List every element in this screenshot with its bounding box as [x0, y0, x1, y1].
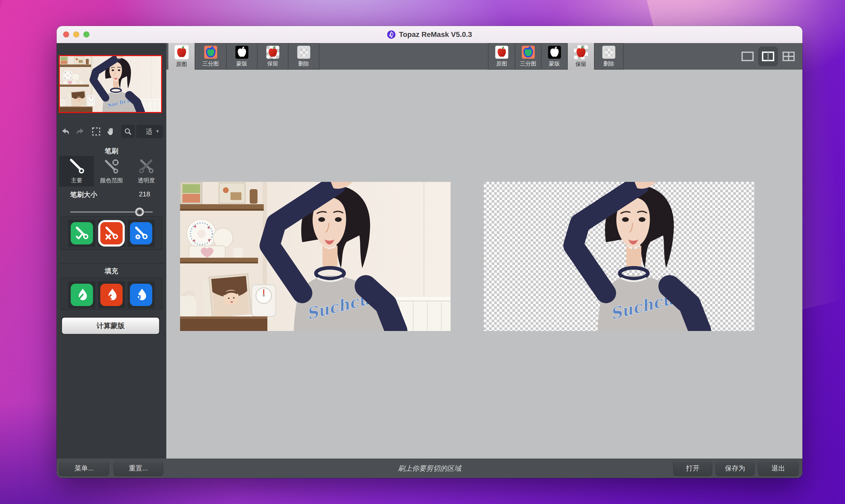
fill-panel — [61, 278, 162, 310]
brush-section-title: 笔刷 — [57, 146, 166, 156]
view-erase-right[interactable]: 删除 — [594, 44, 623, 69]
compute-mask-button[interactable]: 计算蒙版 — [62, 318, 159, 334]
masked-photo-pane[interactable] — [484, 182, 754, 331]
magnifier-icon — [124, 127, 132, 136]
brush-size-label: 笔刷大小 — [70, 190, 97, 199]
slider-handle[interactable] — [135, 208, 144, 216]
split-view-button[interactable] — [758, 47, 778, 66]
view-label: 原图 — [176, 60, 187, 68]
fill-cell — [128, 281, 155, 308]
fill-cell — [68, 281, 95, 308]
view-label: 蒙版 — [549, 60, 560, 67]
compute-fill-button[interactable] — [130, 284, 152, 306]
tab-brush-main[interactable]: 主要 — [59, 156, 94, 186]
view-label: 三分图 — [520, 60, 536, 67]
app-logo-icon — [387, 30, 396, 39]
reset-button[interactable]: 重置... — [113, 461, 163, 476]
brush-size-slider[interactable] — [70, 212, 153, 213]
main-area: 原图 三分图 蒙版 保留 — [166, 43, 803, 458]
brush-cell — [98, 220, 125, 247]
save-as-button[interactable]: 保存为 — [716, 461, 755, 476]
window-title: Topaz ReMask V5.0.3 — [399, 30, 472, 39]
close-button[interactable] — [63, 32, 69, 37]
view-label: 原图 — [496, 60, 507, 67]
view-label: 保留 — [267, 60, 278, 67]
compute-brush-button[interactable] — [130, 222, 152, 245]
fill-cell — [98, 281, 125, 308]
menu-button[interactable]: 菜单... — [59, 461, 109, 476]
status-hint-text: 刷上你要剪切的区域 — [398, 464, 461, 473]
marquee-select-icon[interactable] — [91, 127, 101, 136]
layout-switcher — [741, 43, 795, 70]
sidebar-toolbar: 适 ▼ — [57, 124, 166, 139]
view-erase-left[interactable]: 删除 — [288, 44, 319, 69]
brush-size-value: 218 — [139, 190, 150, 198]
view-trimap-left[interactable]: 三分图 — [195, 44, 226, 69]
zoom-level-dropdown[interactable]: 适 ▼ — [136, 125, 163, 138]
view-toolbar: 原图 三分图 蒙版 保留 — [166, 43, 803, 70]
undo-icon[interactable] — [60, 127, 70, 136]
view-label: 删除 — [298, 60, 309, 67]
tab-label: 颜色范围 — [100, 177, 123, 184]
view-trimap-right[interactable]: 三分图 — [515, 44, 541, 69]
tab-brush-transparency[interactable]: 透明度 — [129, 156, 164, 186]
view-label: 删除 — [603, 60, 614, 67]
brush-cell — [68, 220, 95, 247]
minimize-button[interactable] — [73, 32, 79, 37]
brush-mode-panel — [61, 216, 162, 250]
keep-brush-button[interactable] — [71, 222, 93, 245]
view-keep-right[interactable]: 保留 — [568, 43, 594, 70]
tab-brush-color-range[interactable]: 颜色范围 — [94, 156, 129, 186]
cut-brush-button[interactable] — [100, 222, 123, 245]
view-original-left[interactable]: 原图 — [168, 43, 195, 70]
view-toolbar-right-group: 原图 三分图 蒙版 保留 — [488, 43, 624, 70]
quad-view-button[interactable] — [782, 51, 795, 61]
cut-fill-button[interactable] — [100, 284, 123, 306]
navigator-thumbnail[interactable] — [59, 55, 162, 113]
quit-button[interactable]: 退出 — [758, 461, 798, 476]
view-toolbar-left-group: 原图 三分图 蒙版 保留 — [168, 43, 319, 70]
traffic-lights — [63, 26, 89, 43]
chevron-down-icon: ▼ — [156, 129, 160, 134]
view-label: 三分图 — [202, 60, 219, 67]
view-label: 蒙版 — [236, 60, 247, 67]
open-button[interactable]: 打开 — [673, 461, 712, 476]
zoom-level-value: 适 — [146, 127, 152, 136]
editor-canvas[interactable] — [166, 70, 803, 458]
brush-tabs: 主要 颜色范围 — [59, 156, 164, 186]
sidebar: 适 ▼ 笔刷 主要 — [57, 43, 166, 458]
view-mask-left[interactable]: 蒙版 — [226, 44, 257, 69]
view-keep-left[interactable]: 保留 — [257, 44, 288, 69]
section-divider — [59, 264, 164, 264]
single-view-button[interactable] — [741, 51, 754, 61]
zoom-button[interactable] — [84, 32, 89, 37]
original-photo-pane[interactable] — [180, 182, 451, 331]
tab-label: 透明度 — [138, 177, 155, 184]
fill-section-title: 填充 — [57, 267, 166, 276]
zoom-tool-button[interactable] — [121, 125, 134, 138]
keep-fill-button[interactable] — [71, 284, 93, 306]
brush-cell — [128, 220, 155, 247]
redo-icon[interactable] — [76, 127, 85, 136]
view-original-right[interactable]: 原图 — [488, 44, 515, 69]
view-label: 保留 — [576, 60, 587, 68]
status-bar: 菜单... 重置... 刷上你要剪切的区域 打开 保存为 退出 — [57, 458, 803, 478]
tab-label: 主要 — [71, 177, 83, 184]
hand-pan-icon[interactable] — [106, 127, 115, 136]
app-window: Topaz ReMask V5.0.3 — [57, 26, 803, 478]
view-mask-right[interactable]: 蒙版 — [541, 44, 567, 69]
title-bar[interactable]: Topaz ReMask V5.0.3 — [57, 26, 803, 43]
